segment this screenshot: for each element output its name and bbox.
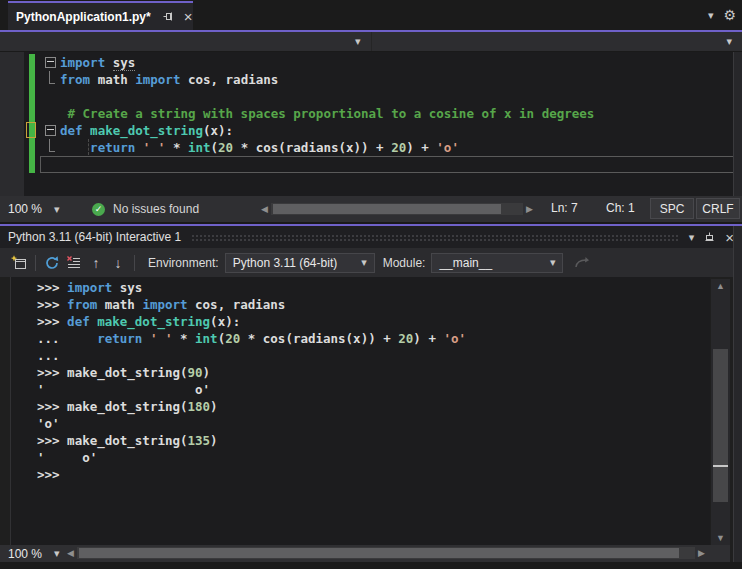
- code-text: >>>: [37, 466, 67, 483]
- new-interactive-window-icon[interactable]: [8, 252, 30, 274]
- toolbar-separator: [35, 255, 36, 271]
- current-code-line[interactable]: [40, 156, 734, 173]
- interactive-title: Python 3.11 (64-bit) Interactive 1: [8, 230, 181, 244]
- console-horizontal-scrollbar[interactable]: ◀ ▶: [64, 547, 708, 559]
- interactive-title-bar[interactable]: Python 3.11 (64-bit) Interactive 1 ▾ ×: [0, 226, 742, 248]
- chevron-down-icon: ▾: [54, 548, 60, 559]
- tab-pythonapplication1[interactable]: PythonApplication1.py* ×: [8, 1, 193, 30]
- code-editor[interactable]: import sysfrom math import cos, radians …: [0, 52, 742, 196]
- tab-title: PythonApplication1.py*: [16, 10, 151, 24]
- line-indicator: Ln: 7: [551, 201, 578, 215]
- spaces-toggle[interactable]: SPC: [650, 198, 694, 219]
- editor-scrollbar-gutter[interactable]: [733, 52, 742, 196]
- pin-panel-icon[interactable]: [704, 232, 715, 243]
- scroll-left-icon[interactable]: ◀: [258, 203, 271, 215]
- code-line[interactable]: >>> make_dot_string(135): [37, 432, 710, 449]
- scrollbar-thumb[interactable]: [273, 204, 501, 214]
- interactive-toolbar: ↑ ↓ Environment: Python 3.11 (64-bit) ▾ …: [0, 248, 742, 277]
- chevron-down-icon: ▾: [355, 36, 361, 47]
- code-line[interactable]: ' o': [37, 381, 710, 398]
- visual-studio-window: PythonApplication1.py* × ▾ ⚙ ▾ ▾ import …: [0, 0, 742, 569]
- chevron-down-icon: ▾: [54, 204, 60, 215]
- chevron-down-icon: ▾: [540, 257, 556, 268]
- toolbar-separator: [134, 255, 135, 271]
- scroll-down-icon[interactable]: ▼: [711, 531, 730, 545]
- panel-actions: ▾ ×: [689, 230, 734, 245]
- environment-value: Python 3.11 (64-bit): [233, 256, 338, 270]
- document-list-chevron-icon[interactable]: ▾: [708, 10, 714, 21]
- chevron-down-icon: ▾: [726, 36, 732, 47]
- code-line[interactable]: 'o': [37, 415, 710, 432]
- code-text: >>> def make_dot_string(x):: [37, 313, 240, 330]
- code-text: from math import cos, radians: [60, 71, 278, 88]
- reset-repl-icon[interactable]: [41, 252, 63, 274]
- code-line[interactable]: >>> make_dot_string(90): [37, 364, 710, 381]
- editor-status-bar: 100 % ▾ ✓ No issues found ◀ ▶ Ln: 7 Ch: …: [0, 196, 742, 222]
- fold-collapse-icon[interactable]: [40, 54, 60, 71]
- scrollbar-track[interactable]: [77, 547, 695, 559]
- code-text: return ' ' * int(20 * cos(radians(x)) + …: [60, 139, 459, 156]
- scroll-right-icon[interactable]: ▶: [523, 203, 536, 215]
- code-line[interactable]: def make_dot_string(x):: [40, 122, 734, 139]
- caret-position-marker: [713, 465, 728, 467]
- editor-zoom-select[interactable]: 100 % ▾: [8, 200, 60, 218]
- code-line[interactable]: return ' ' * int(20 * cos(radians(x)) + …: [40, 139, 734, 156]
- navbar-type-dropdown[interactable]: ▾: [0, 32, 372, 51]
- caret-history-marker: [26, 122, 36, 138]
- environment-label: Environment:: [148, 256, 219, 270]
- line-endings-toggle[interactable]: CRLF: [696, 198, 740, 219]
- scroll-right-icon[interactable]: ▶: [695, 547, 708, 559]
- close-tab-icon[interactable]: ×: [184, 9, 193, 24]
- interactive-status-bar: 100 % ▾ ◀ ▶: [0, 545, 730, 562]
- interactive-console[interactable]: >>> import sys>>> from math import cos, …: [10, 277, 710, 545]
- code-line[interactable]: >>> def make_dot_string(x):: [37, 313, 710, 330]
- code-line[interactable]: ' o': [37, 449, 710, 466]
- window-menu-chevron-icon[interactable]: ▾: [689, 232, 695, 243]
- scroll-left-icon[interactable]: ◀: [64, 547, 77, 559]
- scrollbar-thumb[interactable]: [713, 349, 728, 502]
- history-previous-icon[interactable]: ↑: [85, 252, 107, 274]
- scrollbar-thumb[interactable]: [79, 548, 679, 558]
- code-text: >>> make_dot_string(90): [37, 364, 210, 381]
- console-vertical-scrollbar[interactable]: ▲ ▼: [711, 279, 730, 545]
- zoom-value: 100 %: [8, 547, 42, 561]
- clear-screen-icon[interactable]: [63, 252, 85, 274]
- interactive-zoom-select[interactable]: 100 % ▾: [8, 545, 60, 562]
- drag-handle-texture[interactable]: [191, 234, 679, 241]
- code-text: >>> from math import cos, radians: [37, 296, 285, 313]
- fold-collapse-icon[interactable]: [40, 122, 60, 139]
- window-bottom-edge: [0, 562, 742, 569]
- issues-status[interactable]: ✓ No issues found: [92, 200, 199, 218]
- code-line[interactable]: [40, 88, 734, 105]
- navbar-member-dropdown[interactable]: ▾: [372, 32, 742, 51]
- scrollbar-track[interactable]: [271, 203, 523, 215]
- panel-right-gutter: [733, 226, 742, 562]
- code-line[interactable]: >>> import sys: [37, 279, 710, 296]
- column-indicator: Ch: 1: [606, 201, 635, 215]
- code-line[interactable]: from math import cos, radians: [40, 71, 734, 88]
- environment-dropdown[interactable]: Python 3.11 (64-bit) ▾: [225, 253, 375, 273]
- pin-tab-icon[interactable]: [163, 11, 174, 22]
- code-text: def make_dot_string(x):: [60, 122, 233, 139]
- code-line[interactable]: >>> make_dot_string(180): [37, 398, 710, 415]
- breakpoint-margin[interactable]: [0, 52, 24, 196]
- zoom-value: 100 %: [8, 202, 42, 216]
- settings-gear-icon[interactable]: ⚙: [723, 8, 736, 22]
- code-line[interactable]: import sys: [40, 54, 734, 71]
- module-dropdown[interactable]: __main__ ▾: [431, 253, 563, 273]
- code-text: ' o': [37, 381, 210, 398]
- code-line[interactable]: >>>: [37, 466, 710, 483]
- code-text: 'o': [37, 415, 60, 432]
- code-text: ' o': [37, 449, 97, 466]
- editor-horizontal-scrollbar[interactable]: ◀ ▶: [258, 203, 536, 215]
- module-value: __main__: [439, 256, 492, 270]
- change-tracking-bar: [29, 54, 35, 173]
- scroll-up-icon[interactable]: ▲: [711, 279, 730, 293]
- code-text: >>> import sys: [37, 279, 142, 296]
- code-line[interactable]: # Create a string with spaces proportion…: [40, 105, 734, 122]
- code-line[interactable]: >>> from math import cos, radians: [37, 296, 710, 313]
- code-line[interactable]: ...: [37, 347, 710, 364]
- code-line[interactable]: ... return ' ' * int(20 * cos(radians(x)…: [37, 330, 710, 347]
- code-text: >>> make_dot_string(180): [37, 398, 218, 415]
- history-next-icon[interactable]: ↓: [107, 252, 129, 274]
